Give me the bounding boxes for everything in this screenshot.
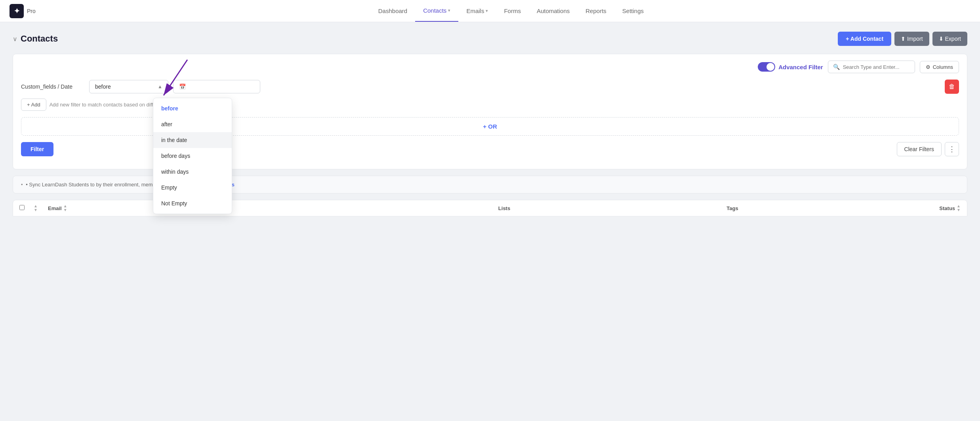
dropdown-option-in-the-date[interactable]: in the date [153,132,232,148]
export-button[interactable]: ⬇ Export [932,32,967,46]
clear-filters-button[interactable]: Clear Filters [897,142,942,156]
calendar-icon: 📅 [179,83,186,90]
top-navigation: ✦ Pro Dashboard Contacts ▾ Emails ▾ Form… [0,0,980,22]
sort-arrows-icon: ▲▼ [34,204,48,212]
operator-dropdown: before after in the date before days wit… [153,98,232,214]
search-input[interactable] [843,64,910,70]
advanced-filter-toggle[interactable]: Advanced Filter [758,62,823,72]
sort-arrows-icon: ▲▼ [63,204,67,212]
logo-icon: ✦ [10,4,24,18]
nav-item-reports[interactable]: Reports [578,0,614,21]
header-actions: + Add Contact ⬆ Import ⬇ Export [838,32,967,46]
import-button[interactable]: ⬆ Import [894,32,929,46]
logo-text: Pro [27,8,36,14]
th-lists: Lists [352,205,656,211]
add-filter-button[interactable]: + Add [21,99,46,111]
nav-item-dashboard[interactable]: Dashboard [370,0,415,21]
select-all-checkbox[interactable] [19,205,25,210]
gear-icon: ⚙ [926,64,930,70]
filter-button[interactable]: Filter [21,142,53,156]
nav-links: Dashboard Contacts ▾ Emails ▾ Forms Auto… [51,0,970,22]
chevron-down-icon: ∨ [13,35,17,43]
app-logo[interactable]: ✦ Pro [10,4,36,18]
nav-item-automations[interactable]: Automations [529,0,578,21]
operator-select[interactable]: before ▲ before after in the date before… [89,80,168,93]
filter-top-bar: Advanced Filter 🔍 ⚙ Columns [21,61,959,73]
toggle-knob [766,63,774,71]
nav-item-settings[interactable]: Settings [614,0,652,21]
toggle-switch[interactable] [758,62,775,72]
dropdown-option-before-days[interactable]: before days [153,148,232,164]
date-input[interactable]: 📅 [173,80,260,93]
th-tags: Tags [656,205,808,211]
page-title: Contacts [21,34,58,44]
columns-button[interactable]: ⚙ Columns [920,61,959,73]
chevron-down-icon: ▾ [448,8,450,13]
filter-row: Custom_fields / Date before ▲ before aft… [21,80,959,94]
dropdown-option-before[interactable]: before [153,101,232,116]
chevron-down-icon: ▾ [486,8,488,13]
search-icon: 🔍 [833,64,840,70]
page-header: ∨ Contacts + Add Contact ⬆ Import ⬇ Expo… [13,32,967,46]
dropdown-option-within-days[interactable]: within days [153,164,232,180]
filter-field-label: Custom_fields / Date [21,83,84,90]
annotation-wrapper: Custom_fields / Date before ▲ before aft… [21,80,959,94]
sort-arrows-icon: ▲▼ [957,204,961,212]
more-options-button[interactable]: ⋮ [945,142,959,156]
dropdown-option-not-empty[interactable]: Not Empty [153,195,232,211]
sync-dot-icon: • [21,182,23,188]
delete-filter-button[interactable]: 🗑 [945,80,959,94]
th-status[interactable]: Status ▲▼ [808,204,961,212]
page-title-area: ∨ Contacts [13,34,58,44]
nav-item-emails[interactable]: Emails ▾ [458,0,496,21]
dropdown-option-empty[interactable]: Empty [153,180,232,195]
dropdown-option-after[interactable]: after [153,116,232,132]
chevron-up-icon: ▲ [158,84,162,89]
th-sort[interactable]: ▲▼ [34,204,48,212]
nav-item-forms[interactable]: Forms [496,0,529,21]
filter-section: Advanced Filter 🔍 ⚙ Columns [13,54,967,169]
filter-right-actions: Clear Filters ⋮ [897,142,959,156]
page-content: ∨ Contacts + Add Contact ⬆ Import ⬇ Expo… [0,22,980,226]
th-checkbox[interactable] [19,205,34,211]
nav-item-contacts[interactable]: Contacts ▾ [415,0,458,22]
search-box[interactable]: 🔍 [828,61,915,73]
add-contact-button[interactable]: + Add Contact [838,32,891,46]
